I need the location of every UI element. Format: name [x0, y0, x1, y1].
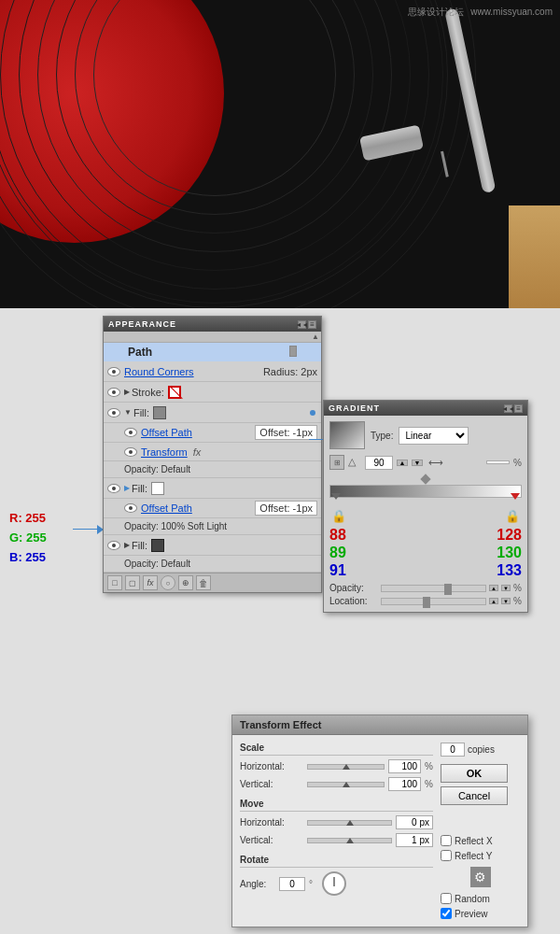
- angle-input[interactable]: [365, 456, 393, 470]
- triangle-fill1: ▼: [124, 408, 132, 417]
- h-scale-unit: %: [425, 761, 433, 771]
- rgb-values-display: R: 255 G: 255 B: 255: [9, 509, 47, 567]
- fill-swatch-gray[interactable]: [153, 406, 166, 419]
- gradient-menu-btn[interactable]: ≡: [514, 404, 523, 413]
- eye-icon-1[interactable]: [107, 367, 120, 376]
- g-left: 89: [329, 545, 426, 561]
- lock-icons-row: 🔒 🔒: [329, 509, 522, 523]
- path-label: Path: [128, 346, 152, 359]
- delete-btn[interactable]: 🗑: [196, 575, 211, 590]
- location-down-btn[interactable]: ▼: [501, 598, 511, 604]
- fill-label-3: Fill:: [132, 540, 147, 551]
- rotate-wheel[interactable]: [322, 871, 346, 896]
- random-label: Random: [455, 894, 490, 904]
- v-scale-label: Vertical:: [240, 779, 303, 789]
- g-value: G: 255: [9, 529, 47, 548]
- bottom-opacity-text: Opacity: Default: [124, 559, 190, 569]
- h-scale-row: Horizontal: %: [240, 759, 433, 773]
- bottom-opacity-row: Opacity: Default: [104, 556, 321, 573]
- v-scale-row: Vertical: %: [240, 777, 433, 791]
- reflect-y-checkbox[interactable]: [441, 850, 452, 861]
- transform-body: Scale Horizontal: % Vertical:: [232, 735, 527, 927]
- round-corners-row: Round Corners Radius: 2px: [104, 361, 321, 382]
- gradient-collapse-btn[interactable]: ◄◄: [504, 404, 512, 413]
- eye-icon-4[interactable]: [124, 428, 137, 437]
- opacity-row-2: Opacity: 100% Soft Light: [104, 518, 321, 535]
- copies-row: copies: [441, 743, 520, 757]
- wood-strip: [509, 205, 560, 308]
- gradient-preview-row: Type: Linear: [329, 421, 522, 449]
- gradient-bar[interactable]: [329, 485, 522, 498]
- random-checkbox[interactable]: [441, 893, 452, 904]
- angle-label-dialog: Angle:: [240, 879, 275, 889]
- pct-input-area[interactable]: [486, 460, 510, 464]
- copies-input[interactable]: [441, 743, 465, 757]
- h-scale-input[interactable]: [388, 759, 421, 773]
- location-up-btn[interactable]: ▲: [489, 598, 498, 604]
- fill-swatch-dark[interactable]: [151, 539, 164, 552]
- eye-icon-2[interactable]: [107, 388, 120, 397]
- lock-left-icon[interactable]: 🔒: [331, 509, 346, 523]
- cancel-button[interactable]: Cancel: [441, 786, 508, 805]
- transform-link[interactable]: Transform: [141, 446, 188, 458]
- row-scrollbar: [289, 346, 297, 357]
- opacity-up-btn[interactable]: ▲: [489, 585, 498, 591]
- gradient-bar-row: [329, 475, 522, 498]
- v-scale-slider[interactable]: [307, 782, 385, 787]
- angle-down-btn[interactable]: ▼: [412, 460, 423, 466]
- gradient-swatch[interactable]: [329, 421, 365, 449]
- type-select[interactable]: Linear: [399, 427, 469, 445]
- move-h-slider[interactable]: [307, 820, 392, 826]
- eye-icon-3[interactable]: [107, 408, 120, 417]
- angle-row-dialog: Angle: °: [240, 871, 433, 896]
- lock-right-icon[interactable]: 🔒: [505, 509, 520, 523]
- gradient-title: GRADIENT: [329, 403, 380, 413]
- eye-icon-7[interactable]: [124, 503, 137, 513]
- angle-up-btn[interactable]: ▲: [397, 460, 408, 466]
- h-scale-slider[interactable]: [307, 764, 385, 770]
- gradient-stop-right[interactable]: [511, 493, 520, 500]
- location-slider[interactable]: [381, 598, 486, 605]
- reflect-y-row: Reflect Y: [441, 850, 520, 861]
- appearance-bottom-toolbar: □ ▢ fx ○ ⊕ 🗑: [104, 573, 321, 592]
- preview-checkbox[interactable]: [441, 908, 452, 919]
- move-v-input[interactable]: [396, 833, 433, 847]
- transform-controls: Scale Horizontal: % Vertical:: [240, 743, 433, 919]
- round-corners-link[interactable]: Round Corners: [124, 366, 194, 377]
- rounded-rect-btn[interactable]: ▢: [125, 575, 140, 590]
- opacity-down-btn[interactable]: ▼: [501, 585, 511, 591]
- angle-input-dialog[interactable]: [279, 877, 305, 891]
- circle-btn[interactable]: ○: [161, 575, 175, 590]
- h-scale-label: Horizontal:: [240, 761, 303, 771]
- opacity-slider[interactable]: [381, 585, 486, 592]
- panel-collapse-btn[interactable]: ◄◄: [298, 320, 306, 329]
- random-row: Random: [441, 893, 520, 904]
- random-icon: ⚙: [441, 867, 520, 887]
- stroke-swatch[interactable]: [168, 386, 181, 399]
- appearance-titlebar: APPEARANCE ◄◄ ≡: [104, 317, 321, 332]
- scroll-up[interactable]: ▲: [104, 332, 321, 343]
- reflect-x-checkbox[interactable]: [441, 835, 452, 846]
- gradient-grid-icon: ⊞: [329, 455, 344, 470]
- duplicate-btn[interactable]: ⊕: [178, 575, 193, 590]
- v-scale-input[interactable]: [388, 777, 421, 791]
- fx-btn[interactable]: fx: [143, 575, 158, 590]
- triangle-fill3: ▶: [124, 541, 130, 549]
- fill-swatch-white[interactable]: [151, 482, 164, 495]
- opacity-text-2: Opacity: 100% Soft Light: [124, 521, 227, 531]
- eye-icon-6[interactable]: [107, 484, 120, 493]
- move-v-slider[interactable]: [307, 838, 392, 843]
- offset-value-1: Offset: -1px: [255, 425, 317, 440]
- eye-icon-5[interactable]: [124, 447, 137, 457]
- offset-path-link-1[interactable]: Offset Path: [141, 427, 192, 438]
- scale-section-label: Scale: [240, 743, 433, 756]
- eye-icon-8[interactable]: [107, 541, 120, 550]
- ok-button[interactable]: OK: [441, 764, 508, 783]
- move-h-input[interactable]: [396, 815, 433, 829]
- gradient-stop-left[interactable]: [331, 493, 341, 500]
- add-item-btn[interactable]: □: [107, 575, 122, 590]
- offset-path-link-2[interactable]: Offset Path: [141, 502, 192, 514]
- panel-menu-btn[interactable]: ≡: [308, 320, 316, 329]
- type-label: Type:: [371, 431, 393, 441]
- connector-dot: [310, 410, 315, 416]
